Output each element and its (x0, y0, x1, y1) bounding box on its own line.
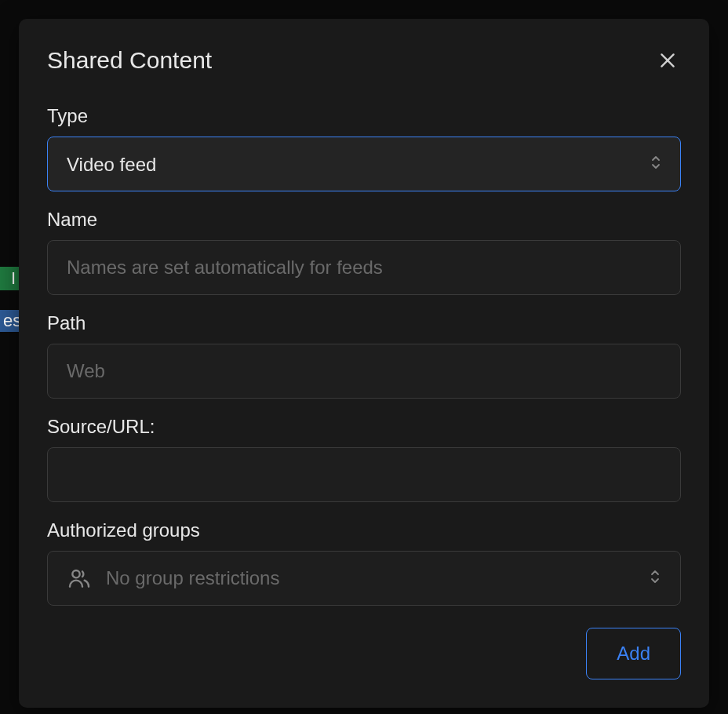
groups-field-group: Authorized groups No group restrictions (47, 519, 681, 606)
type-field-group: Type Video feed (47, 105, 681, 191)
users-icon (67, 566, 92, 591)
add-button[interactable]: Add (586, 628, 681, 679)
source-input[interactable] (47, 447, 681, 502)
groups-placeholder: No group restrictions (106, 567, 661, 589)
name-label: Name (47, 209, 681, 231)
source-field-group: Source/URL: (47, 416, 681, 502)
modal-footer: Add (47, 628, 681, 679)
source-label: Source/URL: (47, 416, 681, 438)
name-input[interactable] (47, 240, 681, 295)
modal-header: Shared Content (47, 47, 681, 74)
close-icon (657, 50, 678, 71)
svg-point-2 (72, 570, 79, 577)
shared-content-modal: Shared Content Type Video feed Name (19, 19, 709, 708)
type-select-wrapper: Video feed (47, 137, 681, 191)
close-button[interactable] (654, 47, 681, 74)
path-label: Path (47, 312, 681, 334)
groups-select[interactable]: No group restrictions (47, 551, 681, 606)
type-select[interactable]: Video feed (47, 137, 681, 191)
groups-label: Authorized groups (47, 519, 681, 541)
type-label: Type (47, 105, 681, 127)
path-field-group: Path (47, 312, 681, 399)
modal-title: Shared Content (47, 47, 212, 74)
name-field-group: Name (47, 209, 681, 295)
path-input[interactable] (47, 344, 681, 399)
